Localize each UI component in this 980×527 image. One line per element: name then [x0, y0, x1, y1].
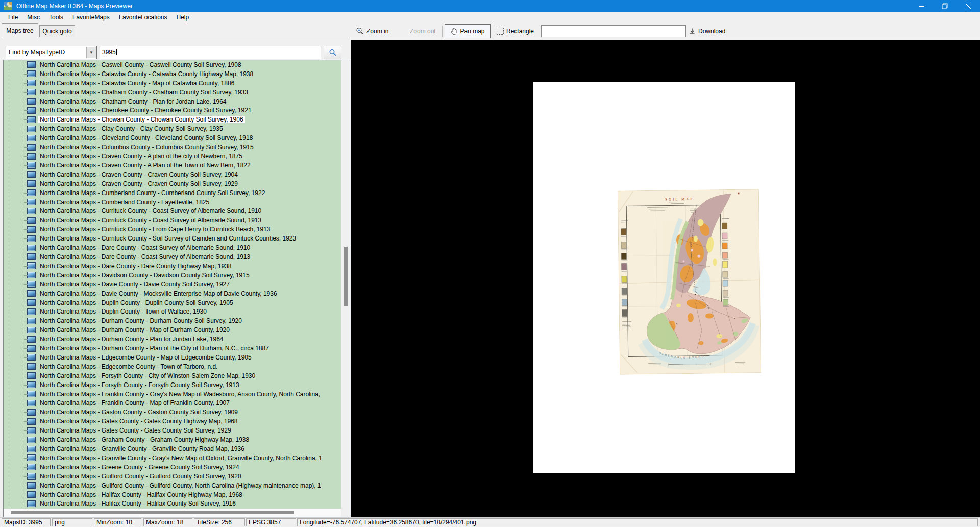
rectangle-label: Rectangle	[506, 28, 534, 35]
tree-item[interactable]: North Carolina Maps - Granville County -…	[4, 444, 341, 453]
tree-item[interactable]: North Carolina Maps - Duplin County - Du…	[4, 298, 341, 307]
image-thumbnail-icon	[27, 427, 36, 434]
pan-map-button[interactable]: Pan map	[445, 24, 491, 38]
image-thumbnail-icon	[27, 418, 36, 425]
close-button[interactable]	[957, 0, 980, 12]
tree-item[interactable]: North Carolina Maps - Forsyth County - F…	[4, 380, 341, 390]
image-thumbnail-icon	[27, 199, 36, 205]
tree-item[interactable]: North Carolina Maps - Halifax County - H…	[4, 490, 341, 499]
tree-item[interactable]: North Carolina Maps - Durham County - Pl…	[4, 334, 341, 344]
tree-item[interactable]: North Carolina Maps - Davie County - Dav…	[4, 280, 341, 289]
image-thumbnail-icon	[27, 61, 36, 68]
image-thumbnail-icon	[27, 80, 36, 86]
tree-item[interactable]: North Carolina Maps - Clay County - Clay…	[4, 124, 341, 133]
tree-item[interactable]: North Carolina Maps - Edgecombe County -…	[4, 353, 341, 362]
tree-item[interactable]: North Carolina Maps - Craven County - A …	[4, 152, 341, 161]
tree-item[interactable]: North Carolina Maps - Durham County - Pl…	[4, 344, 341, 353]
tree-item[interactable]: North Carolina Maps - Catawba County - M…	[4, 79, 341, 88]
rectangle-button[interactable]: Rectangle	[495, 25, 536, 37]
tree-item-label: North Carolina Maps - Forsyth County - F…	[38, 381, 241, 389]
tree-item[interactable]: North Carolina Maps - Durham County - Ma…	[4, 325, 341, 334]
tree-item-label: North Carolina Maps - Craven County - A …	[38, 162, 252, 169]
chevron-down-icon[interactable]: ▼	[86, 47, 96, 58]
horizontal-scrollbar-thumb[interactable]	[11, 511, 294, 514]
horizontal-scrollbar[interactable]	[4, 509, 341, 517]
menu-item-favoritemaps[interactable]: FavoriteMaps	[68, 12, 114, 22]
tree-item[interactable]: North Carolina Maps - Dare County - Coas…	[4, 252, 341, 261]
image-thumbnail-icon	[27, 153, 36, 160]
tree-item[interactable]: North Carolina Maps - Forsyth County - C…	[4, 371, 341, 380]
tree-item[interactable]: North Carolina Maps - Davidson County - …	[4, 271, 341, 280]
tree-item[interactable]: North Carolina Maps - Guilford County - …	[4, 481, 341, 490]
menu-item-help[interactable]: Help	[172, 12, 194, 22]
tab-quick-goto[interactable]: Quick goto	[39, 25, 75, 37]
vertical-scrollbar-thumb[interactable]	[344, 247, 348, 306]
tree-item[interactable]: North Carolina Maps - Currituck County -…	[4, 215, 341, 225]
status-panel-5: EPSG:3857	[246, 518, 296, 526]
tree-item[interactable]: North Carolina Maps - Graham County - Gr…	[4, 435, 341, 444]
image-thumbnail-icon	[27, 473, 36, 480]
tree-item[interactable]: North Carolina Maps - Gates County - Gat…	[4, 426, 341, 435]
tree-item-label: North Carolina Maps - Franklin County - …	[38, 399, 231, 406]
tree-item-label: North Carolina Maps - Granville County -…	[38, 445, 246, 452]
tree-item[interactable]: North Carolina Maps - Caswell County - C…	[4, 60, 341, 69]
tree-item-label: North Carolina Maps - Cumberland County …	[38, 199, 211, 206]
menu-item-tools[interactable]: Tools	[44, 12, 68, 22]
find-by-combobox[interactable]: Find by MapsTypeID ▼	[6, 46, 97, 59]
tree-item[interactable]: North Carolina Maps - Franklin County - …	[4, 390, 341, 399]
maps-tree-list[interactable]: North Carolina Maps - Caswell County - C…	[4, 60, 341, 509]
tab-maps-tree[interactable]: Maps tree	[2, 23, 38, 37]
tree-item[interactable]: North Carolina Maps - Craven County - Cr…	[4, 179, 341, 188]
tree-item-label: North Carolina Maps - Currituck County -…	[38, 207, 263, 214]
tree-item-label: North Carolina Maps - Cumberland County …	[38, 189, 266, 197]
menu-item-misc[interactable]: Misc	[22, 12, 44, 22]
close-icon	[965, 3, 971, 9]
restore-button[interactable]	[933, 0, 957, 12]
tree-item[interactable]: North Carolina Maps - Chowan County - Ch…	[4, 115, 341, 124]
image-thumbnail-icon	[27, 318, 36, 324]
window-title: Offline Map Maker 8.364 - Maps Previewer	[16, 3, 133, 10]
tree-item[interactable]: North Carolina Maps - Granville County -…	[4, 453, 341, 463]
search-button[interactable]	[324, 46, 341, 59]
legend-chip	[622, 309, 627, 316]
tree-item[interactable]: North Carolina Maps - Chatham County - P…	[4, 97, 341, 106]
tree-item[interactable]: North Carolina Maps - Davie County - Moc…	[4, 289, 341, 298]
page-mark	[738, 193, 740, 195]
tree-item[interactable]: North Carolina Maps - Gaston County - Ga…	[4, 408, 341, 417]
tree-item[interactable]: North Carolina Maps - Halifax County - H…	[4, 499, 341, 509]
vertical-scrollbar[interactable]	[341, 60, 350, 509]
tree-item[interactable]: North Carolina Maps - Cleveland County -…	[4, 133, 341, 142]
toolbar-input[interactable]	[541, 25, 686, 37]
tree-item[interactable]: North Carolina Maps - Cumberland County …	[4, 198, 341, 207]
tree-item[interactable]: North Carolina Maps - Franklin County - …	[4, 399, 341, 408]
tree-item[interactable]: North Carolina Maps - Cherokee County - …	[4, 106, 341, 115]
tree-item[interactable]: North Carolina Maps - Chatham County - C…	[4, 88, 341, 97]
tree-item[interactable]: North Carolina Maps - Edgecombe County -…	[4, 362, 341, 371]
tree-item[interactable]: North Carolina Maps - Columbus County - …	[4, 142, 341, 152]
tree-item[interactable]: North Carolina Maps - Currituck County -…	[4, 225, 341, 234]
tree-item[interactable]: North Carolina Maps - Currituck County -…	[4, 234, 341, 243]
tree-item[interactable]: North Carolina Maps - Catawba County - C…	[4, 69, 341, 79]
tree-item-label: North Carolina Maps - Durham County - Pl…	[38, 336, 225, 343]
tree-item[interactable]: North Carolina Maps - Craven County - Cr…	[4, 170, 341, 179]
tree-item[interactable]: North Carolina Maps - Guilford County - …	[4, 472, 341, 481]
map-page[interactable]: SOIL MAP	[533, 82, 795, 473]
tree-item[interactable]: North Carolina Maps - Greene County - Gr…	[4, 463, 341, 472]
tree-item[interactable]: North Carolina Maps - Craven County - A …	[4, 161, 341, 170]
menu-item-favoritelocations[interactable]: FavoriteLocations	[114, 12, 172, 22]
tree-item-label: North Carolina Maps - Duplin County - To…	[38, 308, 208, 315]
zoom-in-button[interactable]: Zoom in	[354, 25, 390, 37]
search-input[interactable]: 3995	[100, 46, 321, 59]
tree-item[interactable]: North Carolina Maps - Dare County - Coas…	[4, 243, 341, 252]
menu-item-file[interactable]: File	[4, 12, 22, 22]
tree-item[interactable]: North Carolina Maps - Dare County - Dare…	[4, 261, 341, 271]
download-button[interactable]: Download	[687, 25, 727, 37]
tree-item[interactable]: North Carolina Maps - Duplin County - To…	[4, 307, 341, 316]
tree-item[interactable]: North Carolina Maps - Cumberland County …	[4, 188, 341, 198]
tree-item[interactable]: North Carolina Maps - Gates County - Gat…	[4, 417, 341, 426]
image-thumbnail-icon	[27, 409, 36, 416]
tree-item[interactable]: North Carolina Maps - Currituck County -…	[4, 207, 341, 216]
tree-item[interactable]: North Carolina Maps - Durham County - Du…	[4, 316, 341, 325]
map-viewport[interactable]: SOIL MAP	[351, 40, 980, 517]
minimize-button[interactable]	[910, 0, 933, 12]
